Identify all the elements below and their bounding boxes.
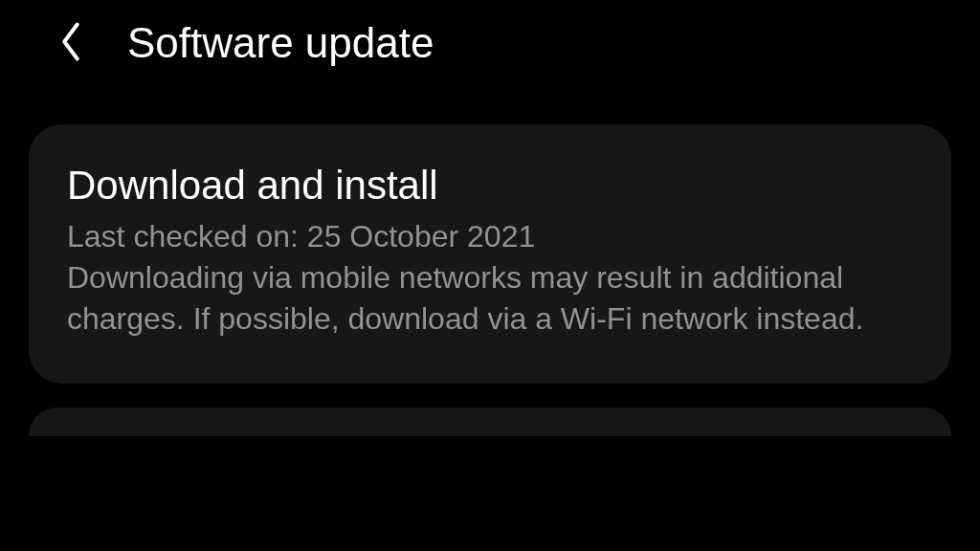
last-checked-label: Last checked on: 25 October 2021	[67, 216, 913, 257]
card-description: Downloading via mobile networks may resu…	[67, 257, 913, 340]
page-title: Software update	[127, 19, 434, 67]
next-card-peek	[29, 408, 951, 436]
card-title: Download and install	[67, 163, 913, 209]
chevron-left-icon	[57, 20, 84, 67]
back-button[interactable]	[53, 25, 89, 61]
download-install-card[interactable]: Download and install Last checked on: 25…	[29, 124, 951, 384]
header: Software update	[0, 0, 980, 96]
